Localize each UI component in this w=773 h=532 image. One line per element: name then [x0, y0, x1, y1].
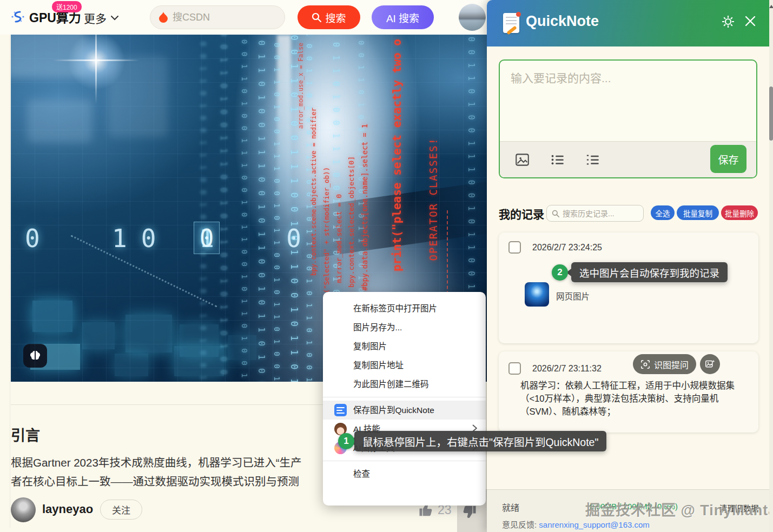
feedback-row: 意见反馈: sanrenxing_support@163.com: [502, 518, 650, 530]
chevron-down-icon: [111, 16, 118, 21]
scrollbar-up-arrow[interactable]: [769, 3, 773, 8]
menu-item-copy-image[interactable]: 复制图片: [323, 337, 486, 356]
more-label: 更多: [84, 10, 107, 26]
menu-separator: [323, 461, 486, 461]
record-card: 2026/2/7 23:24:25 网页图片: [499, 232, 758, 343]
code-text: print("please select exactly two o: [391, 39, 404, 271]
quicknote-note-icon: [334, 404, 347, 416]
feedback-label: 意见反馈:: [502, 520, 537, 529]
menu-item-save-to-quicknote[interactable]: 保存图片到QuickNote: [323, 401, 486, 420]
view-image-button[interactable]: [700, 354, 720, 374]
image-sparkle-icon: [705, 359, 715, 369]
code-text: arror_mod.use_x = False: [297, 43, 305, 129]
clean-old-data-button[interactable]: 清理旧数据: [719, 502, 759, 514]
site-search-input[interactable]: [173, 12, 265, 23]
follow-button[interactable]: 关注: [100, 500, 142, 520]
record-image-thumbnail[interactable]: [525, 282, 549, 307]
step2-tooltip-text: 选中图片会自动保存到我的记录: [579, 265, 719, 280]
ai-search-button[interactable]: AI 搜索: [372, 5, 434, 29]
section-title: 引言: [11, 424, 40, 445]
record-checkbox[interactable]: [508, 362, 521, 375]
menu-item-open-in-new-tab[interactable]: 在新标签页中打开图片: [323, 299, 486, 318]
quicknote-footer: 就绪 0.00MB / 2000MB (0.0%) 清理旧数据 意见反馈: sa…: [487, 489, 769, 532]
more-menu[interactable]: 更多: [84, 10, 118, 26]
search-button[interactable]: 搜索: [298, 5, 360, 29]
quicknote-title: QuickNote: [526, 13, 599, 30]
glow-square: [82, 322, 115, 349]
scan-image-icon: [640, 360, 650, 369]
ask-about-image-label: 识图提问: [654, 358, 689, 371]
storage-usage: 0.00MB / 2000MB (0.0%): [590, 502, 678, 511]
menu-item-inspect[interactable]: 检查: [323, 464, 486, 483]
glow-square: [125, 315, 172, 353]
binary-column: 1 0 0 1 1 0 1 0 0 1 1 1 0 0 1 0 1 1 0 0 …: [219, 35, 228, 382]
glow-square: [115, 354, 148, 376]
menu-item-copy-image-address[interactable]: 复制图片地址: [323, 356, 486, 375]
record-date: 2026/2/7 23:24:25: [532, 243, 602, 252]
search-button-label: 搜索: [325, 10, 346, 25]
scrollbar-thumb[interactable]: [769, 87, 773, 141]
records-title: 我的记录: [499, 205, 544, 222]
save-note-button[interactable]: 保存: [710, 145, 746, 173]
dislike-button[interactable]: [461, 504, 477, 520]
code-text: mirror_mod.select = 0: [335, 194, 343, 283]
numbered-list-icon[interactable]: [585, 152, 600, 167]
brain-icon: [29, 350, 42, 362]
browser-scrollbar[interactable]: [769, 0, 773, 532]
binary-column: 1 0 0 1 1 0 1 0 0 1 1 1 0 0 1 0 1 1 0 0 …: [240, 35, 249, 382]
insert-image-icon[interactable]: [515, 152, 530, 167]
status-text: 就绪: [502, 501, 519, 514]
bokeh-highlight: [27, 99, 92, 143]
select-all-button[interactable]: 全选: [651, 205, 675, 220]
step1-tooltip-text: 鼠标悬停图片上，右键点击"保存图片到QuickNote": [362, 434, 598, 449]
quicknote-logo-icon: [503, 13, 519, 33]
binary-column: 1 0 0 1 1 0 1 0 0 1 1 1 0 0 1 0 1 1 0 0 …: [256, 35, 267, 382]
menu-separator: [323, 397, 486, 397]
close-icon[interactable]: [744, 15, 756, 27]
ask-about-image-button[interactable]: 识图提问: [633, 354, 696, 374]
record-image-label: 网页图片: [556, 290, 590, 302]
logo-icon: [11, 10, 25, 24]
menu-item-label: 保存图片到QuickNote: [353, 405, 434, 415]
boxed-binary-digit: 0: [194, 222, 220, 254]
note-input[interactable]: [500, 61, 756, 142]
menu-item-save-image-as[interactable]: 图片另存为...: [323, 318, 486, 337]
records-header: 我的记录 全选 批量复制 批量删除: [487, 204, 769, 223]
search-icon: [312, 12, 321, 22]
glow-square: [32, 301, 72, 332]
quicknote-header: QuickNote: [487, 0, 769, 46]
batch-delete-button[interactable]: 批量删除: [721, 205, 758, 220]
settings-gear-icon[interactable]: [721, 14, 736, 29]
flame-icon: [159, 12, 168, 23]
site-search-box[interactable]: [150, 5, 285, 29]
record-checkbox[interactable]: [508, 241, 521, 254]
screenshot-root: GPU算力 送1200 更多 搜索 AI 搜索: [0, 0, 773, 532]
record-text: 机器学习：依赖人工特征工程，适用于中小规模数据集（<10万样本），典型算法包括决…: [520, 380, 750, 418]
ai-search-button-label: AI 搜索: [386, 10, 419, 25]
image-context-menu: 在新标签页中打开图片 图片另存为... 复制图片 复制图片地址 为此图片创建二维…: [323, 292, 486, 506]
bullet-list-icon[interactable]: [550, 152, 565, 167]
lens-flare-ray: [95, 35, 97, 104]
large-binary-digits: 0 10 1 0: [25, 224, 315, 253]
code-text: #bpy.data.objects[one.name].select = 1: [360, 124, 369, 291]
record-card: 2026/2/7 23:11:32 识图提问 机器学习：依赖人工特征工程，适用于…: [499, 351, 758, 433]
feedback-email-link[interactable]: sanrenxing_support@163.com: [539, 520, 650, 529]
binary-column: 1 0 0 1 1 0 1 0 0 1 1 1 0 0 1 0 1 1 0 0 …: [273, 35, 281, 382]
author-avatar[interactable]: [11, 497, 36, 522]
step2-badge: 2: [552, 264, 568, 281]
menu-item-create-qr-code[interactable]: 为此图片创建二维码: [323, 375, 486, 394]
user-avatar[interactable]: [459, 4, 486, 31]
promo-badge: 送1200: [52, 1, 82, 12]
batch-copy-button[interactable]: 批量复制: [677, 205, 719, 220]
thumbs-down-icon: [461, 504, 477, 520]
content-border: [10, 35, 10, 528]
author-name[interactable]: layneyao: [42, 502, 93, 516]
record-date: 2026/2/7 23:11:32: [532, 364, 602, 374]
step1-badge: 1: [338, 433, 354, 449]
records-search-input[interactable]: [563, 209, 633, 218]
glow-square: [174, 346, 224, 376]
records-search-box[interactable]: [546, 205, 644, 222]
code-text: OPERATOR CLASSES!: [427, 137, 439, 261]
search-icon: [552, 210, 559, 217]
ai-brain-overlay-button[interactable]: [23, 344, 47, 368]
